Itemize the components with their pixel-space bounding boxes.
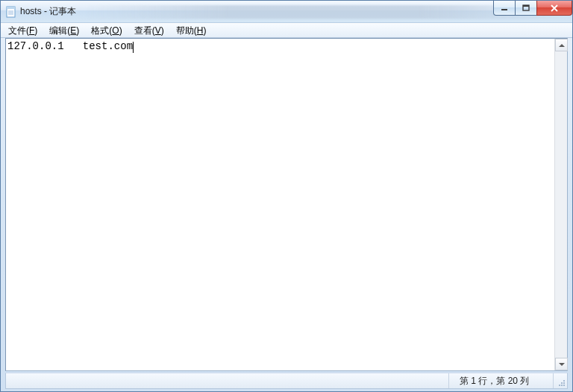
menubar: 文件(F) 编辑(E) 格式(O) 查看(V) 帮助(H) — [1, 23, 572, 38]
svg-point-12 — [561, 382, 563, 384]
svg-rect-7 — [523, 5, 529, 7]
title-blur-area — [84, 5, 563, 19]
menu-file[interactable]: 文件(F) — [2, 24, 43, 38]
editor-content: 127.0.0.1 test.com — [7, 40, 133, 52]
window-controls — [494, 1, 572, 22]
resize-grip[interactable] — [554, 373, 567, 388]
svg-rect-1 — [7, 7, 15, 9]
svg-point-11 — [563, 382, 565, 384]
svg-rect-5 — [501, 9, 507, 10]
chevron-down-icon — [559, 363, 565, 366]
text-caret — [133, 42, 134, 53]
client-area: 127.0.0.1 test.com 第 1 行，第 20 列 — [1, 38, 572, 391]
status-cursor-position: 第 1 行，第 20 列 — [449, 373, 554, 388]
scroll-down-button[interactable] — [555, 358, 568, 370]
window-title: hosts - 记事本 — [20, 5, 76, 18]
vertical-scrollbar[interactable] — [554, 39, 567, 370]
minimize-button[interactable] — [493, 1, 516, 16]
chevron-up-icon — [559, 44, 565, 47]
svg-point-13 — [563, 380, 565, 382]
text-editor[interactable]: 127.0.0.1 test.com — [6, 39, 554, 370]
notepad-window: hosts - 记事本 文件(F) 编辑(E) 格式(O) 查看(V) 帮助(H… — [0, 0, 573, 392]
svg-point-9 — [561, 385, 563, 386]
statusbar: 第 1 行，第 20 列 — [5, 373, 568, 389]
editor-frame: 127.0.0.1 test.com — [5, 38, 568, 371]
status-spacer — [6, 373, 449, 388]
svg-point-10 — [559, 385, 560, 386]
svg-point-8 — [563, 385, 565, 386]
titlebar[interactable]: hosts - 记事本 — [1, 1, 572, 23]
menu-view[interactable]: 查看(V) — [128, 24, 170, 38]
menu-help[interactable]: 帮助(H) — [170, 24, 213, 38]
scroll-up-button[interactable] — [555, 39, 568, 51]
maximize-button[interactable] — [515, 1, 537, 16]
menu-edit[interactable]: 编辑(E) — [43, 24, 85, 38]
menu-format[interactable]: 格式(O) — [85, 24, 128, 38]
notepad-icon — [5, 6, 17, 18]
close-button[interactable] — [536, 1, 572, 16]
